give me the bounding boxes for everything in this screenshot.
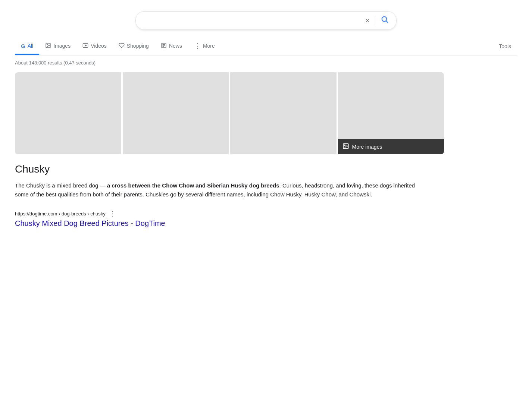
tab-shopping-label: Shopping: [127, 43, 149, 49]
tab-images-label: Images: [53, 43, 71, 49]
more-images-button[interactable]: More images: [338, 139, 444, 154]
svg-point-11: [344, 145, 345, 145]
tab-more-label: More: [203, 43, 215, 49]
more-dots-icon: ⋮: [194, 42, 201, 50]
source-url-text: https://dogtime.com › dog-breeds › chusk…: [15, 211, 106, 217]
image-slot-4[interactable]: More images: [338, 72, 444, 154]
news-icon: [161, 42, 167, 50]
tab-videos-label: Videos: [91, 43, 107, 49]
tab-videos[interactable]: Videos: [76, 38, 113, 55]
results-count: About 148,000 results (0.47 seconds): [15, 60, 517, 66]
svg-marker-5: [85, 45, 87, 46]
nav-tabs: G All Images Videos Shopping: [15, 37, 517, 56]
videos-icon: [82, 42, 88, 50]
search-divider: [375, 16, 375, 25]
search-bar-icons: ×: [365, 15, 389, 26]
knowledge-title: Chusky: [15, 163, 517, 175]
knowledge-description: The Chusky is a mixed breed dog — a cros…: [15, 181, 425, 199]
source-url-line: https://dogtime.com › dog-breeds › chusk…: [15, 209, 517, 218]
tab-news-label: News: [169, 43, 182, 49]
tab-shopping[interactable]: Shopping: [113, 38, 155, 55]
description-plain: The Chusky is a mixed breed dog —: [15, 182, 107, 189]
google-icon: G: [21, 43, 25, 49]
tab-more[interactable]: ⋮ More: [188, 37, 221, 56]
images-icon: [45, 42, 51, 50]
tab-images[interactable]: Images: [39, 38, 76, 55]
image-strip[interactable]: More images: [15, 72, 444, 154]
more-images-icon: [342, 143, 349, 151]
tab-all[interactable]: G All: [15, 38, 39, 55]
tools-button[interactable]: Tools: [493, 39, 517, 54]
svg-point-3: [47, 44, 48, 45]
more-images-label: More images: [352, 144, 382, 150]
tab-all-label: All: [28, 43, 34, 49]
clear-icon[interactable]: ×: [365, 16, 370, 25]
shopping-icon: [119, 42, 125, 50]
tab-news[interactable]: News: [155, 38, 188, 55]
search-input[interactable]: chusky: [143, 17, 365, 25]
search-icon[interactable]: [381, 15, 389, 26]
svg-line-1: [386, 21, 388, 22]
image-slot-3[interactable]: [230, 72, 337, 154]
image-slot-1[interactable]: [15, 72, 121, 154]
image-slot-2[interactable]: [123, 72, 229, 154]
result-link[interactable]: Chusky Mixed Dog Breed Pictures - DogTim…: [15, 219, 165, 227]
url-options-icon[interactable]: ⋮: [109, 209, 116, 218]
search-bar: chusky ×: [135, 11, 397, 30]
description-bold: a cross between the Chow Chow and Siberi…: [107, 182, 279, 189]
